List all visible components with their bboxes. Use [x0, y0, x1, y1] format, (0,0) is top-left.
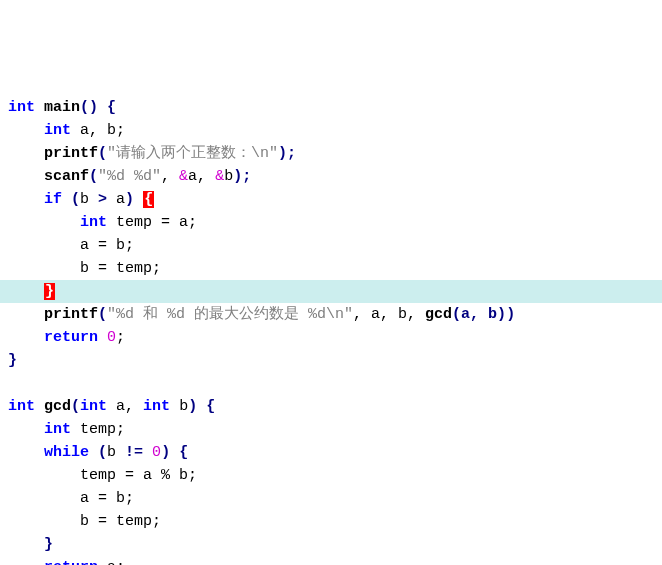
- code-line: printf("%d 和 %d 的最大公约数是 %d\n", a, b, gcd…: [8, 306, 515, 323]
- code-line: printf("请输入两个正整数：\n");: [8, 145, 296, 162]
- code-line: int a, b;: [8, 122, 125, 139]
- code-line: a = b;: [8, 237, 134, 254]
- code-line: int temp;: [8, 421, 125, 438]
- code-line: scanf("%d %d", &a, &b);: [8, 168, 251, 185]
- code-line: while (b != 0) {: [8, 444, 188, 461]
- code-line: a = b;: [8, 490, 134, 507]
- code-line: int gcd(int a, int b) {: [8, 398, 215, 415]
- code-line: return 0;: [8, 329, 125, 346]
- code-line: if (b > a) {: [8, 191, 154, 208]
- matching-brace-open: {: [143, 191, 154, 208]
- code-line: }: [8, 352, 17, 369]
- code-line-highlighted: }: [0, 280, 662, 303]
- code-line: int temp = a;: [8, 214, 197, 231]
- code-line: b = temp;: [8, 260, 161, 277]
- code-line: b = temp;: [8, 513, 161, 530]
- code-line: temp = a % b;: [8, 467, 197, 484]
- code-line: int main() {: [8, 99, 116, 116]
- matching-brace-close: }: [44, 283, 55, 300]
- code-line: return a;: [8, 559, 125, 565]
- code-line: }: [8, 536, 53, 553]
- code-editor[interactable]: int main() { int a, b; printf("请输入两个正整数：…: [8, 96, 654, 565]
